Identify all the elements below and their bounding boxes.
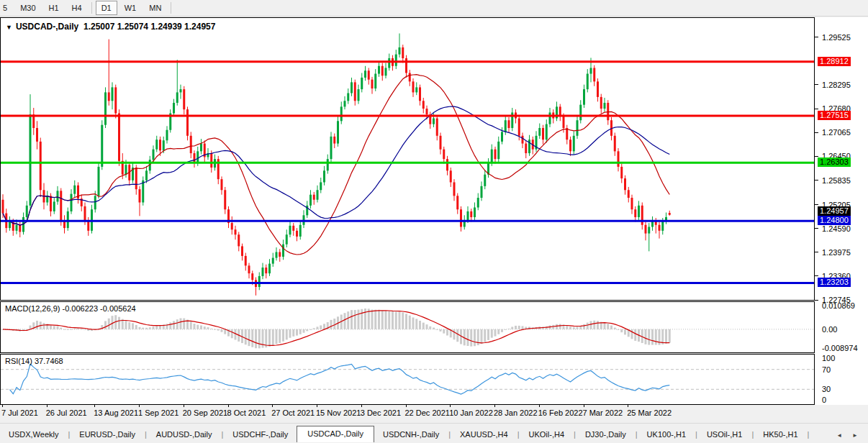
rsi-axis-label: 100	[822, 354, 835, 362]
date-tick	[584, 405, 584, 407]
date-tick	[628, 405, 628, 407]
date-scale[interactable]: 7 Jul 202126 Jul 202113 Aug 20211 Sep 20…	[0, 405, 815, 420]
tab-ukoil-h4[interactable]: UKOil-,H4	[520, 427, 574, 442]
date-tick	[2, 405, 3, 407]
date-label: 16 Feb 2022	[538, 408, 583, 417]
price-tick	[815, 252, 818, 252]
main-chart-panel[interactable]: ▼USDCAD-,Daily 1.25007 1.25074 1.24939 1…	[0, 17, 815, 301]
candlestick-chart-canvas[interactable]	[1, 18, 814, 300]
price-line-badge: 1.23203	[818, 278, 851, 287]
timeframe-button-mn[interactable]: MN	[143, 1, 167, 15]
timeframe-button-d1[interactable]: D1	[96, 1, 117, 15]
tab-hk50-h1[interactable]: HK50-,H1	[754, 427, 806, 442]
tab-usdcnh-daily[interactable]: USDCNH-,Daily	[374, 427, 448, 442]
date-tick	[361, 405, 362, 407]
price-tick-label: 1.23975	[822, 248, 851, 257]
price-tick	[815, 109, 818, 109]
price-tick	[815, 180, 818, 181]
date-label: 15 Nov 2021	[316, 408, 361, 417]
date-tick	[272, 405, 273, 407]
price-tick-label: 1.27065	[822, 128, 851, 137]
price-tick-label: 1.25835	[822, 176, 851, 185]
price-tick	[815, 300, 818, 301]
date-label: 7 Jul 2021	[1, 408, 38, 417]
rsi-chart-canvas[interactable]	[1, 355, 814, 404]
date-tick	[317, 405, 317, 407]
macd-axis-label: 0.010869	[822, 301, 855, 310]
date-label: 28 Jan 2022	[494, 408, 538, 417]
price-line-badge: 1.28912	[818, 57, 851, 66]
date-label: 25 Mar 2022	[627, 408, 672, 417]
price-tick	[815, 37, 818, 37]
timeframe-button-w1[interactable]: W1	[119, 1, 143, 15]
timeframe-button-5[interactable]: 5	[0, 1, 13, 15]
price-tick	[815, 228, 818, 229]
tab-scroll-right-icon[interactable]: ►	[852, 432, 858, 439]
date-label: 20 Sep 2021	[183, 408, 227, 417]
timeframe-button-m30[interactable]: M30	[14, 1, 41, 15]
chart-dropdown-icon[interactable]: ▼	[6, 24, 12, 31]
price-line-badge: 1.24800	[818, 216, 851, 225]
date-label: 13 Aug 2021	[94, 408, 138, 417]
rsi-axis-label: 70	[822, 365, 831, 374]
price-scale[interactable]: 1.295251.282951.276801.270651.264501.258…	[815, 17, 868, 405]
tab-eurusd-daily[interactable]: EURUSD-,Daily	[71, 427, 144, 442]
tab-uk100-h1[interactable]: UK100-,H1	[638, 427, 695, 442]
price-tick	[815, 204, 818, 205]
date-label: 22 Dec 2021	[405, 408, 450, 417]
price-tick-label: 1.29525	[822, 33, 851, 42]
date-tick	[139, 405, 140, 407]
date-label: 1 Sep 2021	[138, 408, 178, 417]
date-label: 8 Oct 2021	[227, 408, 266, 417]
chart-ohlc-values: 1.25007 1.25074 1.24939 1.24957	[83, 22, 216, 32]
tab-audusd-daily[interactable]: AUDUSD-,Daily	[148, 427, 221, 442]
macd-panel[interactable]: MACD(12,26,9) -0.006223 -0.005624	[0, 301, 815, 353]
chart-tab-bar: USDX,Weekly|EURUSD-,Daily|AUDUSD-,Daily|…	[0, 423, 868, 442]
date-tick	[450, 405, 451, 407]
date-tick	[406, 405, 407, 407]
date-tick	[184, 405, 184, 407]
price-tick	[815, 275, 818, 276]
rsi-value: 37.7468	[35, 357, 63, 365]
tab-usdchf-daily[interactable]: USDCHF-,Daily	[224, 427, 297, 442]
date-tick	[228, 405, 229, 407]
date-label: 27 Oct 2021	[271, 408, 315, 417]
rsi-axis-label: 30	[822, 385, 831, 393]
current-price-badge: 1.24957	[818, 206, 851, 216]
price-tick	[815, 132, 818, 133]
timeframe-toolbar: 5M30H1H4D1W1MN	[0, 0, 868, 17]
price-tick	[815, 84, 818, 85]
rsi-axis-label: 0	[822, 396, 826, 404]
price-line-badge: 1.26303	[818, 157, 851, 167]
price-tick	[815, 156, 818, 157]
macd-axis-label: 0.00	[822, 325, 837, 334]
rsi-label: RSI(14) 37.7468	[5, 357, 63, 365]
chart-title: ▼USDCAD-,Daily 1.25007 1.25074 1.24939 1…	[6, 22, 215, 32]
date-tick	[539, 405, 540, 407]
toolbar-separator	[171, 2, 171, 14]
macd-values: -0.006223 -0.005624	[62, 304, 135, 313]
trading-app-window: 5M30H1H4D1W1MN ▼USDCAD-,Daily 1.25007 1.…	[0, 0, 868, 443]
date-label: 7 Mar 2022	[583, 408, 623, 417]
rsi-panel[interactable]: RSI(14) 37.7468	[0, 354, 815, 405]
tab-dj30-daily[interactable]: DJ30-,Daily	[577, 427, 635, 442]
timeframe-button-h1[interactable]: H1	[43, 1, 65, 15]
tab-separator: |	[807, 430, 810, 442]
date-tick	[494, 405, 495, 407]
tab-usdcad-daily[interactable]: USDCAD-,Daily	[297, 426, 374, 442]
date-label: 26 Jul 2021	[46, 408, 87, 417]
tab-scroll-left-icon[interactable]: ◄	[836, 432, 842, 439]
tab-xauusd-h4[interactable]: XAUUSD-,H4	[451, 427, 517, 442]
macd-label: MACD(12,26,9) -0.006223 -0.005624	[5, 304, 136, 313]
date-label: 10 Jan 2022	[449, 408, 493, 417]
timeframe-button-h4[interactable]: H4	[66, 1, 88, 15]
chart-symbol-label: USDCAD-,Daily	[16, 22, 78, 32]
macd-axis-label: -0.008974	[822, 344, 858, 352]
date-tick	[94, 405, 95, 407]
price-line-badge: 1.27515	[818, 111, 851, 120]
date-label: 3 Dec 2021	[361, 408, 401, 417]
tab-usoil-h1[interactable]: USOil-,H1	[698, 427, 751, 442]
price-tick-label: 1.28295	[822, 81, 851, 89]
tab-usdx-weekly[interactable]: USDX,Weekly	[0, 427, 67, 442]
toolbar-separator	[91, 2, 92, 14]
